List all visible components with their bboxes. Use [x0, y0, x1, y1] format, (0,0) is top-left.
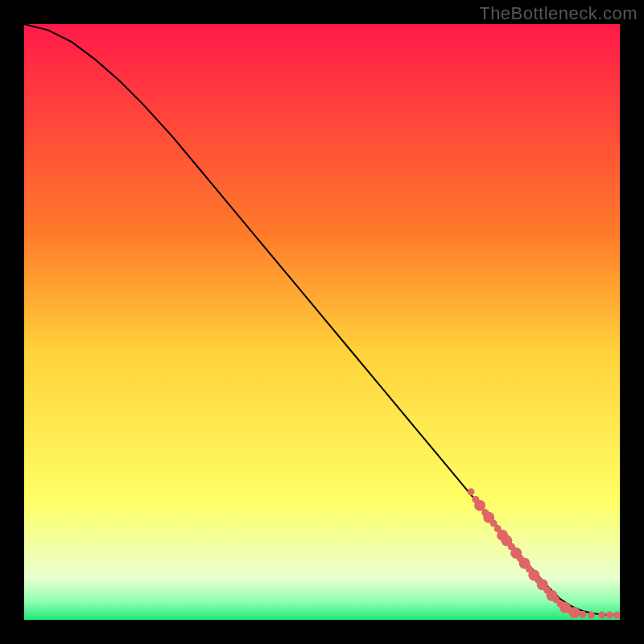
scatter-point — [569, 607, 580, 618]
watermark-text: TheBottleneck.com — [479, 3, 638, 24]
chart-svg — [24, 24, 620, 620]
scatter-point — [580, 611, 587, 618]
scatter-point — [468, 488, 475, 495]
plot-area — [24, 24, 620, 620]
chart-frame: TheBottleneck.com — [0, 0, 644, 644]
gradient-rect — [24, 24, 620, 620]
scatter-point — [606, 612, 613, 619]
scatter-point — [588, 612, 595, 619]
scatter-point — [598, 612, 605, 619]
